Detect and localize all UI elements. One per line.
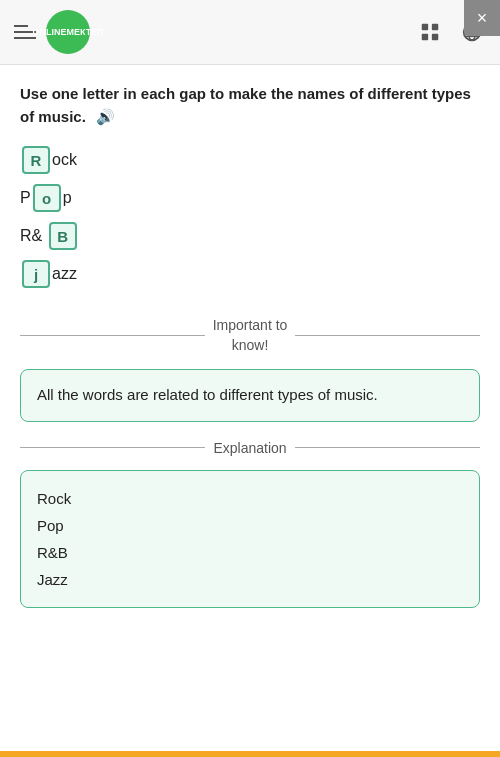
close-button[interactable]: ×: [464, 0, 500, 36]
bottom-bar: [0, 751, 500, 757]
logo: ONLINE МЕКТЕП: [46, 10, 90, 54]
main-content: Use one letter in each gap to make the n…: [0, 65, 500, 638]
instruction-text: Use one letter in each gap to make the n…: [20, 83, 480, 128]
letter-box-o: o: [33, 184, 61, 212]
important-divider: Important toknow!: [20, 316, 480, 355]
svg-rect-0: [422, 24, 428, 30]
explanation-label: Explanation: [213, 440, 286, 456]
svg-rect-3: [432, 34, 438, 40]
header: ONLINE МЕКТЕП: [0, 0, 500, 65]
speaker-icon[interactable]: 🔊: [96, 106, 115, 129]
divider-line-right: [295, 335, 480, 336]
exp-divider-line-right: [295, 447, 480, 448]
music-row-pop: P o p: [20, 184, 480, 212]
music-row-rnb: R& B: [20, 222, 480, 250]
exp-item-pop: Pop: [37, 512, 463, 539]
important-label: Important toknow!: [213, 316, 288, 355]
music-row-rock: R ock: [20, 146, 480, 174]
exp-divider-line-left: [20, 447, 205, 448]
letter-box-b: B: [49, 222, 77, 250]
music-row-jazz: j azz: [20, 260, 480, 288]
letter-box-j: j: [22, 260, 50, 288]
grid-icon[interactable]: [416, 20, 444, 44]
letter-box-r: R: [22, 146, 50, 174]
divider-line-left: [20, 335, 205, 336]
header-left: ONLINE МЕКТЕП: [14, 10, 90, 54]
svg-rect-1: [432, 24, 438, 30]
info-box: All the words are related to different t…: [20, 369, 480, 422]
explanation-divider: Explanation: [20, 440, 480, 456]
explanation-box: Rock Pop R&B Jazz: [20, 470, 480, 608]
music-items: R ock P o p R& B j azz: [20, 146, 480, 288]
exp-item-jazz: Jazz: [37, 566, 463, 593]
exp-item-rock: Rock: [37, 485, 463, 512]
svg-rect-2: [422, 34, 428, 40]
exp-item-rnb: R&B: [37, 539, 463, 566]
